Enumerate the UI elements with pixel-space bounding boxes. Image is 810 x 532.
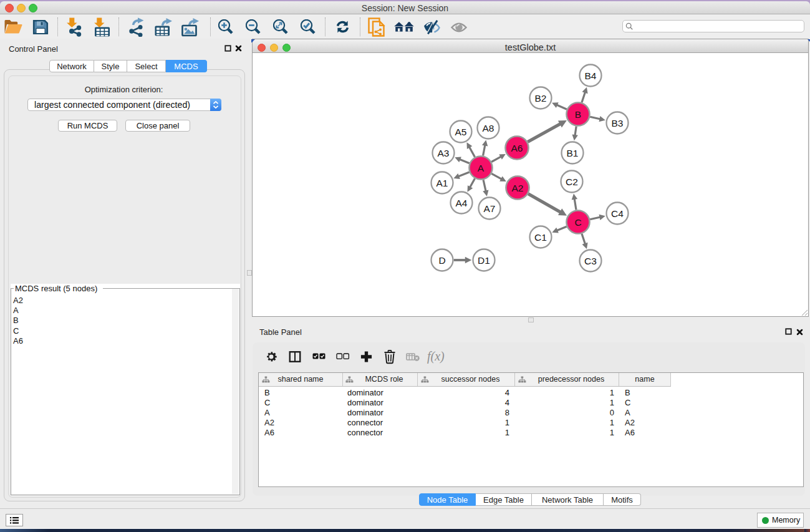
svg-text:A3: A3 xyxy=(438,148,450,158)
svg-text:D: D xyxy=(438,255,445,266)
svg-text:B2: B2 xyxy=(535,93,547,104)
svg-text:B4: B4 xyxy=(585,70,597,81)
svg-text:A2: A2 xyxy=(512,183,524,193)
svg-text:C: C xyxy=(574,217,581,228)
svg-text:A5: A5 xyxy=(455,127,467,137)
svg-text:C4: C4 xyxy=(611,208,624,219)
svg-text:A: A xyxy=(478,163,485,173)
svg-text:C1: C1 xyxy=(534,232,547,243)
svg-text:D1: D1 xyxy=(478,255,490,266)
svg-text:A1: A1 xyxy=(436,178,448,188)
svg-text:B1: B1 xyxy=(567,148,579,158)
svg-text:C2: C2 xyxy=(566,177,578,187)
svg-text:B3: B3 xyxy=(612,118,624,128)
svg-text:A6: A6 xyxy=(511,143,523,153)
svg-text:A8: A8 xyxy=(483,123,494,133)
svg-text:A7: A7 xyxy=(484,203,496,214)
svg-text:C3: C3 xyxy=(584,256,597,266)
svg-text:A4: A4 xyxy=(456,198,468,208)
svg-text:B: B xyxy=(575,109,581,120)
